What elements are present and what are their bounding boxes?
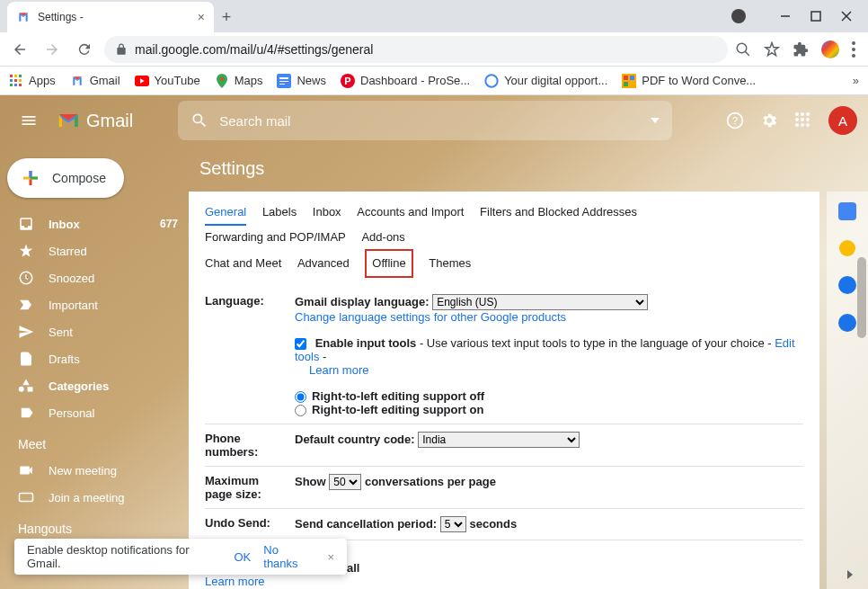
snackbar-no-button[interactable]: No thanks	[263, 543, 314, 570]
contacts-addon-icon[interactable]	[838, 314, 856, 332]
undo-period-select[interactable]: 5	[440, 516, 466, 532]
zoom-icon[interactable]	[735, 41, 751, 58]
calendar-addon-icon[interactable]	[838, 202, 856, 220]
gmail-logo[interactable]: Gmail	[56, 111, 133, 131]
tasks-addon-icon[interactable]	[838, 276, 856, 294]
bookmark-gmail[interactable]: Gmail	[70, 74, 120, 88]
bookmark-news[interactable]: News	[277, 74, 326, 88]
tab-chat[interactable]: Chat and Meet	[205, 252, 281, 275]
tab-advanced[interactable]: Advanced	[297, 252, 350, 275]
language-select[interactable]: English (US)	[432, 294, 648, 310]
bookmarks-overflow-icon[interactable]: »	[853, 74, 859, 87]
search-box[interactable]	[178, 101, 672, 140]
back-button[interactable]	[7, 37, 32, 62]
support-icon[interactable]: ?	[726, 112, 744, 129]
tab-labels[interactable]: Labels	[262, 201, 297, 224]
rtl-on-radio[interactable]	[295, 405, 306, 416]
svg-rect-17	[19, 84, 22, 86]
rtl-off-radio[interactable]	[295, 391, 306, 403]
label-icon	[18, 405, 34, 421]
keyboard-icon	[18, 489, 34, 505]
tab-themes[interactable]: Themes	[429, 252, 471, 275]
browser-profile-avatar[interactable]	[821, 40, 839, 58]
row-phone: Phone numbers: Default country code: Ind…	[205, 424, 803, 467]
nav-inbox[interactable]: Inbox677	[0, 210, 189, 237]
page-size-select[interactable]: 50	[329, 474, 361, 490]
minimize-button[interactable]	[780, 11, 791, 22]
nav-drafts[interactable]: Drafts	[0, 345, 189, 372]
settings-scroll[interactable]: General Labels Inbox Accounts and Import…	[189, 192, 819, 589]
tab-offline[interactable]: Offline	[365, 249, 412, 278]
bookmark-apps[interactable]: Apps	[9, 74, 56, 88]
forward-button[interactable]	[40, 37, 65, 62]
settings-gear-icon[interactable]	[760, 112, 778, 129]
gmail-icon	[70, 74, 84, 88]
nav-snoozed[interactable]: Snoozed	[0, 264, 189, 291]
tab-close-icon[interactable]: ×	[198, 10, 205, 24]
change-language-link[interactable]: Change language settings for other Googl…	[295, 310, 566, 324]
tab-general[interactable]: General	[205, 201, 246, 226]
keep-addon-icon[interactable]	[839, 240, 855, 256]
new-tab-button[interactable]: +	[214, 4, 239, 30]
account-avatar[interactable]: A	[828, 106, 857, 135]
tab-accounts[interactable]: Accounts and Import	[357, 201, 464, 224]
svg-point-39	[795, 123, 799, 127]
tab-forwarding[interactable]: Forwarding and POP/IMAP	[205, 226, 346, 249]
nav-sent[interactable]: Sent	[0, 318, 189, 345]
drafts-icon	[18, 351, 34, 367]
bookmark-star-icon[interactable]	[764, 41, 780, 58]
learn-more-input-tools[interactable]: Learn more	[295, 363, 368, 377]
svg-rect-15	[10, 84, 13, 86]
bookmark-dashboard[interactable]: PDashboard - ProSe...	[341, 74, 470, 88]
reply-learn-more[interactable]: Learn more	[205, 575, 264, 588]
svg-point-37	[801, 118, 804, 121]
maximize-button[interactable]	[810, 11, 821, 22]
reload-button[interactable]	[72, 37, 97, 62]
snackbar-ok-button[interactable]: OK	[234, 550, 251, 564]
close-window-button[interactable]	[841, 11, 852, 22]
search-input[interactable]	[219, 113, 640, 129]
browser-menu-icon[interactable]	[852, 41, 855, 58]
header-actions: ? A	[726, 106, 857, 135]
apps-launcher-icon[interactable]	[794, 112, 812, 129]
bookmark-maps[interactable]: Maps	[215, 74, 263, 88]
svg-rect-28	[624, 76, 628, 80]
new-meeting[interactable]: New meeting	[0, 457, 189, 484]
svg-point-34	[801, 112, 804, 116]
svg-point-36	[795, 118, 799, 121]
sidebar: Compose Inbox677 Starred Snoozed Importa…	[0, 146, 189, 589]
pinterest-icon: P	[341, 74, 355, 88]
maps-icon	[215, 74, 229, 88]
svg-point-7	[852, 48, 855, 51]
search-options-icon[interactable]	[651, 118, 660, 123]
meet-section-label: Meet	[0, 426, 189, 457]
join-meeting[interactable]: Join a meeting	[0, 484, 189, 511]
nav-personal[interactable]: Personal	[0, 399, 189, 426]
snackbar-close-icon[interactable]: ×	[327, 550, 334, 564]
tab-inbox[interactable]: Inbox	[313, 201, 341, 224]
country-code-select[interactable]: India	[418, 432, 580, 448]
browser-tab[interactable]: Settings - ×	[7, 2, 214, 32]
search-icon	[190, 112, 208, 129]
nav-starred[interactable]: Starred	[0, 237, 189, 264]
bookmark-digital[interactable]: Your digital opport...	[484, 74, 607, 88]
enable-input-tools-checkbox[interactable]	[295, 338, 306, 350]
nav-important[interactable]: Important	[0, 291, 189, 318]
profile-indicator-icon[interactable]	[731, 9, 746, 23]
tab-addons[interactable]: Add-ons	[361, 226, 404, 249]
compose-button[interactable]: Compose	[7, 158, 124, 198]
svg-rect-21	[279, 77, 288, 79]
extensions-icon[interactable]	[793, 41, 809, 58]
bookmark-pdf[interactable]: PDF to Word Conve...	[622, 74, 756, 88]
svg-rect-23	[279, 84, 285, 85]
svg-point-6	[852, 41, 855, 45]
hide-side-panel-icon[interactable]	[845, 569, 855, 580]
bookmark-youtube[interactable]: YouTube	[135, 74, 200, 88]
main-menu-button[interactable]	[11, 103, 47, 138]
nav-categories[interactable]: Categories	[0, 372, 189, 399]
tab-filters[interactable]: Filters and Blocked Addresses	[480, 201, 637, 224]
address-bar[interactable]: mail.google.com/mail/u/4/#settings/gener…	[104, 36, 728, 63]
svg-line-5	[745, 51, 749, 56]
svg-rect-12	[10, 79, 13, 82]
svg-point-8	[852, 54, 855, 58]
